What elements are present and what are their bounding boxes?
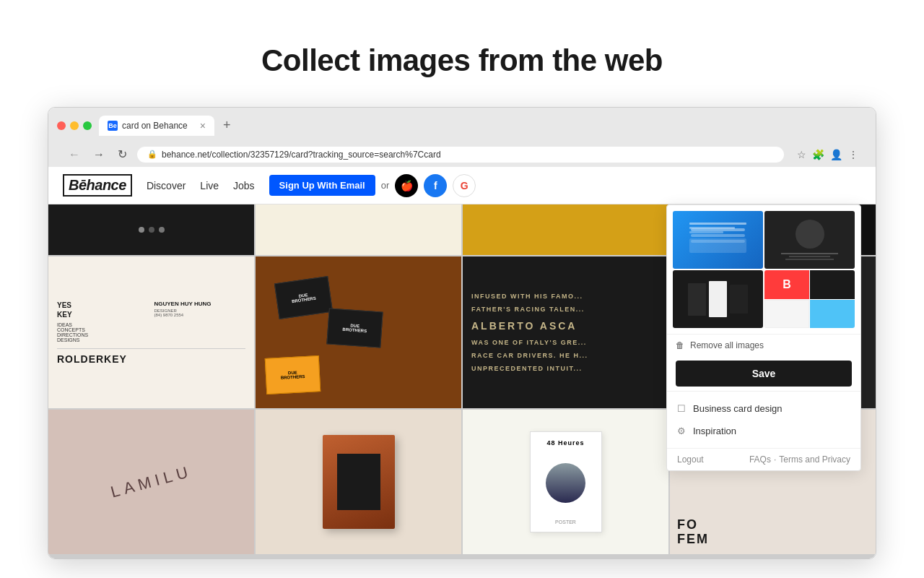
behance-header: Bēhance Discover Live Jobs Sign Up With … — [48, 167, 876, 204]
gallery-item-dark-top[interactable] — [48, 204, 254, 255]
gallery-item-gold[interactable] — [463, 204, 668, 255]
apple-login-button[interactable]: 🍎 — [395, 174, 418, 197]
behance-logo[interactable]: Bēhance — [63, 174, 132, 197]
tab-title: card on Behance — [122, 121, 188, 131]
dropdown-image-2 — [764, 211, 855, 269]
or-text: or — [381, 180, 390, 191]
tab-bar: Be card on Behance × + — [99, 115, 238, 136]
dropdown-footer: Logout FAQs · Terms and Privacy — [667, 448, 860, 470]
dropdown-image-1 — [673, 211, 763, 269]
tab-favicon: Be — [108, 121, 118, 131]
gallery-item-business-cards[interactable]: DUEBROTHERS DUEBROTHERS DUEBROTHERS — [256, 256, 461, 408]
collection-icon-1: ⚙ — [677, 426, 686, 436]
refresh-button[interactable]: ↻ — [115, 146, 130, 163]
collection-icon-0: ☐ — [677, 403, 686, 414]
browser-window: Be card on Behance × + ← → ↻ 🔒 behance.n… — [48, 107, 876, 559]
signup-button[interactable]: Sign Up With Email — [269, 175, 375, 196]
bookmark-icon[interactable]: ☆ — [797, 149, 806, 160]
url-box[interactable]: 🔒 behance.net/collection/32357129/card?t… — [137, 147, 784, 163]
logout-link[interactable]: Logout — [677, 454, 704, 465]
trash-icon: 🗑 — [676, 340, 684, 350]
auth-area: Sign Up With Email or 🍎 f G — [269, 174, 476, 197]
remove-all-label: Remove all images — [690, 340, 764, 350]
new-tab-button[interactable]: + — [216, 115, 238, 136]
color-block-blue — [810, 300, 855, 329]
collection-label-1: Inspiration — [693, 426, 736, 436]
tab-close-button[interactable]: × — [200, 120, 206, 131]
dropdown-image-3 — [673, 270, 763, 328]
color-block-light — [764, 300, 809, 329]
social-icons: 🍎 f G — [395, 174, 476, 197]
profile-icon[interactable]: 👤 — [830, 149, 842, 160]
gallery-item-beige[interactable] — [256, 204, 461, 255]
remove-all-images[interactable]: 🗑 Remove all images — [667, 334, 860, 356]
gallery-item-48heures[interactable]: 48 Heures POSTER — [463, 410, 668, 554]
facebook-login-button[interactable]: f — [424, 174, 447, 197]
footer-separator: · — [774, 454, 776, 465]
nav-discover[interactable]: Discover — [147, 180, 186, 191]
collection-item-1[interactable]: ⚙ Inspiration — [667, 420, 860, 442]
footer-links: FAQs · Terms and Privacy — [749, 454, 850, 465]
forward-button[interactable]: → — [90, 147, 108, 163]
address-bar: ← → ↻ 🔒 behance.net/collection/32357129/… — [57, 142, 867, 167]
traffic-light-maximize[interactable] — [83, 121, 92, 130]
google-login-button[interactable]: G — [453, 174, 476, 197]
lock-icon: 🔒 — [147, 150, 157, 159]
save-button[interactable]: Save — [676, 361, 852, 387]
gallery-item-alberto[interactable]: INFUSED WITH HIS FAMO... FATHER'S RACING… — [463, 256, 668, 408]
gallery-item-lamilu[interactable]: LAMILU — [48, 410, 254, 554]
browser-chrome: Be card on Behance × + ← → ↻ 🔒 behance.n… — [48, 108, 876, 167]
color-block-dark — [810, 270, 855, 299]
hero-section: Collect images from the web — [261, 0, 663, 107]
browser-actions: ☆ 🧩 👤 ⋮ — [797, 149, 858, 160]
traffic-lights — [57, 121, 92, 130]
gallery-item-typography[interactable]: YESKEY IDEASCONCEPTSDIRECTIONSDESIGNS NG… — [48, 256, 254, 408]
page: Collect images from the web Be card on B… — [0, 0, 924, 578]
more-icon[interactable]: ⋮ — [848, 149, 858, 160]
browser-top-bar: Be card on Behance × + — [57, 115, 867, 136]
save-dropdown-panel: B 🗑 Remove all images — [666, 204, 861, 471]
collection-list: ☐ Business card design ⚙ Inspiration — [667, 391, 860, 448]
collection-item-0[interactable]: ☐ Business card design — [667, 397, 860, 420]
back-button[interactable]: ← — [66, 147, 83, 163]
traffic-light-close[interactable] — [57, 121, 66, 130]
dropdown-image-4: B — [764, 270, 855, 328]
behance-nav: Discover Live Jobs — [147, 180, 255, 191]
page-title: Collect images from the web — [261, 43, 663, 78]
site-content: Bēhance Discover Live Jobs Sign Up With … — [48, 167, 876, 558]
nav-jobs[interactable]: Jobs — [233, 180, 255, 191]
extensions-icon[interactable]: 🧩 — [812, 149, 824, 160]
faqs-link[interactable]: FAQs — [749, 454, 771, 465]
color-block-red: B — [764, 270, 809, 299]
dropdown-image-grid: B — [667, 205, 860, 334]
active-tab[interactable]: Be card on Behance × — [99, 116, 214, 136]
gallery-item-book[interactable] — [256, 410, 461, 554]
collection-label-0: Business card design — [693, 403, 783, 414]
site-wrapper: Bēhance Discover Live Jobs Sign Up With … — [48, 167, 876, 558]
url-text: behance.net/collection/32357129/card?tra… — [162, 150, 441, 160]
traffic-light-minimize[interactable] — [70, 121, 79, 130]
nav-live[interactable]: Live — [200, 180, 219, 191]
terms-link[interactable]: Terms and Privacy — [779, 454, 850, 465]
